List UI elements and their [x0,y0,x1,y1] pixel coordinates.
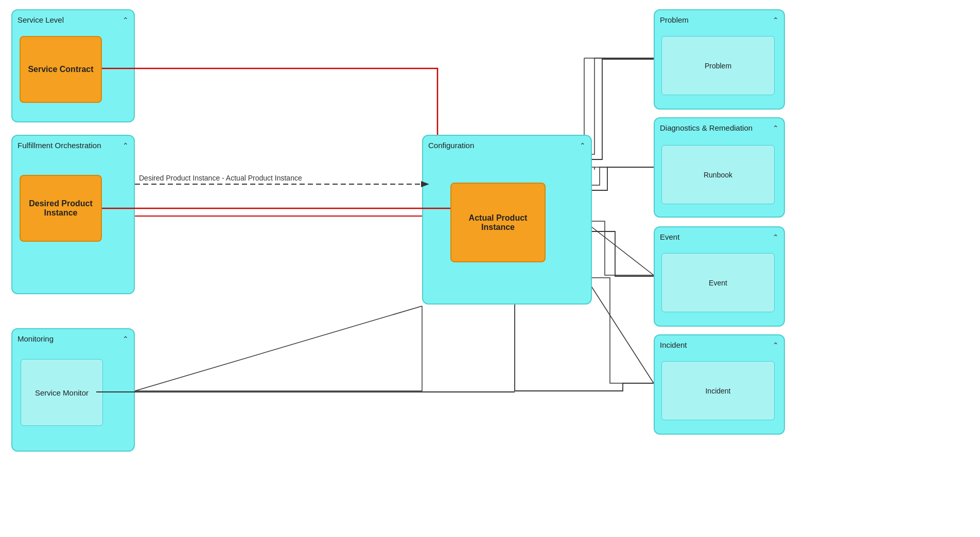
monitoring-collapse-icon[interactable]: ⌃ [122,335,129,343]
fulfillment-title: Fulfillment Orchestration ⌃ [18,141,129,150]
actual-product-label: Actual Product Instance [451,213,545,232]
dashed-line-label: Desired Product Instance - Actual Produc… [139,174,302,182]
event-title: Event ⌃ [660,232,779,241]
incident-collapse-icon[interactable]: ⌃ [773,341,779,349]
incident-inner-box: Incident [661,361,775,420]
svg-line-10 [584,221,654,275]
service-monitor-label: Service Monitor [35,388,89,397]
monitoring-label: Monitoring [18,334,54,343]
service-level-label: Service Level [18,15,64,24]
svg-line-12 [135,306,422,391]
actual-product-box: Actual Product Instance [450,183,546,262]
service-contract-box: Service Contract [20,36,102,103]
configuration-collapse-icon[interactable]: ⌃ [580,141,586,150]
service-contract-label: Service Contract [28,65,93,74]
event-inner-box: Event [661,253,775,312]
event-collapse-icon[interactable]: ⌃ [773,233,779,241]
diagram-container: Service Level ⌃ Service Contract Fulfill… [0,0,980,537]
problem-collapse-icon[interactable]: ⌃ [773,16,779,24]
svg-line-11 [584,275,654,383]
diagnostics-label: Diagnostics & Remediation [660,123,752,132]
problem-inner-box: Problem [661,36,775,95]
dashed-label-text: Desired Product Instance - Actual Produc… [139,174,302,182]
event-label: Event [660,232,679,241]
diagnostics-collapse-icon[interactable]: ⌃ [773,124,779,132]
problem-title: Problem ⌃ [660,15,779,24]
problem-label: Problem [660,15,689,24]
configuration-label: Configuration [428,141,474,150]
fulfillment-collapse-icon[interactable]: ⌃ [122,141,129,150]
desired-product-label: Desired Product Instance [21,199,101,218]
incident-title: Incident ⌃ [660,341,779,349]
incident-inner-label: Incident [705,387,730,395]
service-monitor-box: Service Monitor [21,359,103,426]
fulfillment-label: Fulfillment Orchestration [18,141,101,150]
problem-inner-label: Problem [705,62,731,70]
desired-product-box: Desired Product Instance [20,175,102,242]
configuration-title: Configuration ⌃ [428,141,586,150]
service-level-collapse-icon[interactable]: ⌃ [122,16,129,24]
diagnostics-title: Diagnostics & Remediation ⌃ [660,123,779,132]
runbook-label: Runbook [704,171,732,179]
monitoring-title: Monitoring ⌃ [18,334,129,343]
runbook-box: Runbook [661,145,775,204]
service-level-title: Service Level ⌃ [18,15,129,24]
event-inner-label: Event [709,279,727,287]
incident-label: Incident [660,341,687,349]
